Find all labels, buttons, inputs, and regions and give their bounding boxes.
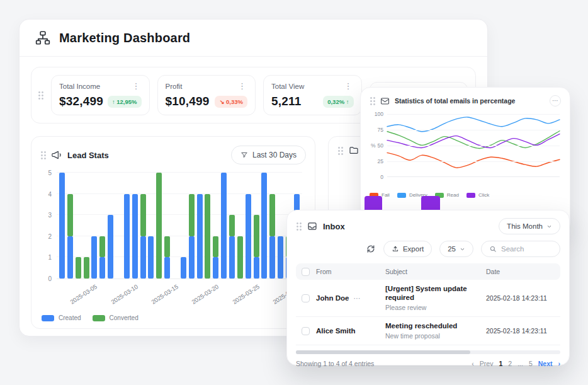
bar-2025-03-26[interactable] xyxy=(261,173,267,279)
inbox-title: Inbox xyxy=(323,222,345,231)
bar-2025-03-22[interactable] xyxy=(229,215,235,279)
bar-2025-03-06[interactable] xyxy=(99,236,105,279)
bar-2025-03-11[interactable] xyxy=(140,194,146,279)
bar-2025-03-21[interactable] xyxy=(221,173,227,279)
page-button-2[interactable]: 2 xyxy=(508,360,512,367)
column-header-date: Date xyxy=(486,268,560,275)
page-button-1[interactable]: 1 xyxy=(499,360,502,367)
bar-2025-03-28[interactable] xyxy=(278,236,283,279)
bar-2025-03-07[interactable] xyxy=(108,215,113,279)
y-tick-label: 3 xyxy=(40,212,52,219)
prev-chevron-icon[interactable]: ‹ xyxy=(472,360,474,367)
email-preview: Please review xyxy=(385,304,486,312)
page-size-value: 25 xyxy=(448,245,456,253)
x-tick-label: 2025-03-05 xyxy=(55,283,98,314)
refresh-button[interactable] xyxy=(366,244,376,254)
drag-handle[interactable] xyxy=(337,146,343,156)
trend-badge: ↑ 12,95% xyxy=(108,96,142,108)
y-tick-label: 1 xyxy=(40,254,52,261)
page-button-5[interactable]: 5 xyxy=(529,360,533,367)
period-filter-button[interactable]: This Month xyxy=(499,218,560,234)
gridline xyxy=(387,161,560,162)
prev-page-button[interactable]: Prev xyxy=(480,360,494,367)
email-statistics-title: Statistics of total emails in percentage xyxy=(395,97,515,105)
chevron-down-icon xyxy=(460,246,465,252)
y-tick-label: 0 xyxy=(370,174,383,180)
export-button[interactable]: Export xyxy=(383,241,432,257)
table-row[interactable]: John Doe ⋯ [Urgent] System update requir… xyxy=(296,280,560,317)
funnel-icon xyxy=(240,151,248,159)
more-menu-icon[interactable]: ⋯ xyxy=(550,95,561,106)
bar-2025-03-09[interactable] xyxy=(124,194,130,279)
legend-item-created: Created xyxy=(42,314,81,321)
lead-chart-zone: 0123452025-03-052025-03-102025-03-152025… xyxy=(40,173,306,309)
trend-badge: 0,32% ↑ xyxy=(323,96,353,108)
kebab-menu-icon[interactable]: ⋮ xyxy=(131,82,142,90)
inbox-icon xyxy=(307,221,317,231)
stat-card-total-income: Total Income ⋮ $32,499 ↑ 12,95% xyxy=(51,75,150,115)
stat-card-profit: Profit ⋮ $10,499 ↘ 0,33% xyxy=(157,75,256,115)
bar-2025-03-03[interactable] xyxy=(76,257,81,279)
lead-stats-card: Lead Stats Last 30 Days 0123452025-03-05… xyxy=(31,136,315,329)
bar-2025-03-23[interactable] xyxy=(237,236,243,279)
page-size-select[interactable]: 25 xyxy=(439,241,473,257)
export-label: Export xyxy=(403,245,424,253)
date-range-filter-button[interactable]: Last 30 Days xyxy=(231,146,306,164)
table-row[interactable]: Alice Smith Meeting rescheduled New time… xyxy=(296,317,560,345)
stat-value: 5,211 xyxy=(271,95,302,108)
gridline xyxy=(387,130,560,130)
bar-2025-03-18[interactable] xyxy=(197,194,203,279)
email-line-chart: % 0255075100 xyxy=(370,112,561,186)
bar-2025-03-27[interactable] xyxy=(269,194,275,279)
search-icon xyxy=(489,245,497,253)
row-checkbox[interactable] xyxy=(302,294,310,302)
kebab-menu-icon[interactable]: ⋮ xyxy=(237,82,247,90)
bar-2025-03-13[interactable] xyxy=(156,173,162,279)
next-chevron-icon[interactable]: › xyxy=(558,360,561,367)
lead-stats-icon xyxy=(52,150,62,160)
bar-2025-03-25[interactable] xyxy=(254,215,259,279)
bar-2025-03-14[interactable] xyxy=(164,236,170,279)
drag-handle[interactable] xyxy=(38,91,43,100)
drag-handle[interactable] xyxy=(296,222,302,231)
bar-2025-03-04[interactable] xyxy=(84,257,89,279)
bar-2025-03-24[interactable] xyxy=(246,194,251,279)
dashboard-header: Marketing Dashboard xyxy=(20,20,487,57)
line-series-fail xyxy=(387,152,560,168)
bar-2025-03-17[interactable] xyxy=(189,194,195,279)
drag-handle[interactable] xyxy=(40,151,46,160)
drag-handle[interactable] xyxy=(370,96,375,106)
refresh-icon xyxy=(366,244,376,254)
bar-2025-03-10[interactable] xyxy=(132,194,138,279)
bar-2025-03-16[interactable] xyxy=(181,257,186,279)
email-date: 2025-02-18 14:23:11 xyxy=(486,327,560,335)
email-date: 2025-02-18 14:23:11 xyxy=(486,294,560,302)
sitemap-icon xyxy=(35,30,51,46)
x-tick-label: 2025-03-20 xyxy=(176,283,219,314)
bar-2025-03-02[interactable] xyxy=(67,194,73,279)
row-checkbox[interactable] xyxy=(302,327,310,335)
email-subject: Meeting rescheduled xyxy=(385,321,486,330)
page-ellipsis: ... xyxy=(517,360,523,367)
bar-2025-03-19[interactable] xyxy=(205,194,210,279)
bar-2025-03-05[interactable] xyxy=(91,236,97,279)
next-page-button[interactable]: Next xyxy=(538,360,553,367)
bar-2025-03-12[interactable] xyxy=(148,236,154,279)
bar-2025-03-01[interactable] xyxy=(59,173,65,279)
search-box[interactable] xyxy=(481,241,560,257)
lead-bars-plot xyxy=(57,173,302,279)
row-more-icon[interactable]: ⋯ xyxy=(353,294,360,302)
y-tick-label: 25 xyxy=(370,158,383,164)
gridline xyxy=(387,114,560,115)
page-title: Marketing Dashboard xyxy=(59,31,190,45)
inbox-table: From Subject Date John Doe ⋯ [Urgent] Sy… xyxy=(296,263,560,345)
bar-2025-03-20[interactable] xyxy=(213,236,218,279)
select-all-checkbox[interactable] xyxy=(302,268,310,276)
stat-label: Total Income xyxy=(59,83,100,90)
search-input[interactable] xyxy=(501,245,552,253)
kebab-menu-icon[interactable]: ⋮ xyxy=(343,82,354,90)
y-tick-label: 50 xyxy=(370,142,383,149)
scrollbar-thumb[interactable] xyxy=(296,350,470,354)
horizontal-scrollbar[interactable] xyxy=(296,350,560,354)
table-header-row: From Subject Date xyxy=(296,263,560,280)
